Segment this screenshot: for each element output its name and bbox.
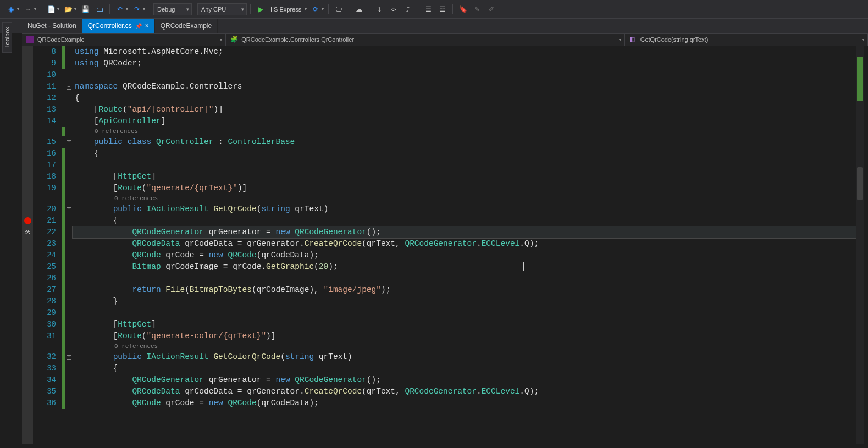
- line-number: 26: [33, 273, 56, 284]
- code-line[interactable]: {: [73, 215, 864, 226]
- code-line[interactable]: public IActionResult GetColorQrCode(stri…: [73, 351, 864, 363]
- run-target-label[interactable]: IIS Express: [270, 6, 301, 13]
- step-over-icon[interactable]: ⤼: [387, 3, 400, 16]
- code-line[interactable]: [Route("api/[controller]")]: [73, 104, 864, 115]
- uncomment-icon[interactable]: ✐: [485, 3, 498, 16]
- line-number: 34: [33, 374, 56, 386]
- line-number: 30: [33, 319, 56, 330]
- line-number: 32: [33, 351, 56, 363]
- fold-toggle-icon[interactable]: −: [67, 355, 71, 360]
- code-body[interactable]: using Microsoft.AspNetCore.Mvc;using QRC…: [73, 46, 864, 444]
- code-line[interactable]: QRCodeData qrCodeData = qrGenerator.Crea…: [73, 386, 864, 397]
- document-tab[interactable]: QrController.cs📌×: [82, 19, 155, 33]
- code-line[interactable]: {: [73, 363, 864, 374]
- refresh-icon[interactable]: ⟳: [309, 3, 322, 16]
- code-line[interactable]: [73, 69, 864, 81]
- line-number: 22: [33, 226, 56, 238]
- step-out-icon[interactable]: ⤴: [401, 3, 414, 16]
- nav-member-label: GetQrCode(string qrText): [640, 36, 708, 43]
- code-line[interactable]: using QRCoder;: [73, 58, 864, 69]
- code-line[interactable]: [73, 273, 864, 284]
- fold-toggle-icon[interactable]: −: [67, 140, 71, 145]
- code-line[interactable]: return File(BitmapToBytes(qrCodeImage), …: [73, 284, 864, 296]
- line-number: 13: [33, 104, 56, 115]
- forward-nav-icon[interactable]: →: [21, 3, 35, 16]
- code-line[interactable]: [HttpGet]: [73, 171, 864, 182]
- line-number: 15: [33, 136, 56, 148]
- code-line[interactable]: }: [73, 296, 864, 307]
- nav-member-dropdown[interactable]: ◧ GetQrCode(string qrText): [625, 34, 868, 46]
- code-line[interactable]: QRCodeData qrCodeData = qrGenerator.Crea…: [73, 238, 864, 250]
- code-line[interactable]: [Route("qenerate/{qrText}")]: [73, 182, 864, 194]
- codelens-references[interactable]: 0 references: [73, 194, 864, 203]
- save-icon[interactable]: 💾: [79, 3, 92, 16]
- publish-icon[interactable]: ☁: [352, 3, 366, 16]
- platform-dropdown[interactable]: Any CPU: [197, 3, 247, 15]
- nav-dropdown-icon[interactable]: ▾: [17, 7, 19, 12]
- pin-icon[interactable]: 📌: [135, 23, 142, 29]
- code-line[interactable]: namespace QRCodeExample.Controllers: [73, 81, 864, 92]
- play-icon[interactable]: ▶: [254, 3, 267, 16]
- codelens-references[interactable]: 0 references: [73, 342, 864, 351]
- browser-link-icon[interactable]: 🖵: [332, 3, 345, 16]
- code-line[interactable]: QRCodeGenerator qrGenerator = new QRCode…: [73, 226, 864, 238]
- back-nav-icon[interactable]: ◉: [4, 3, 18, 16]
- code-line[interactable]: [ApiController]: [73, 115, 864, 127]
- line-number: 20: [33, 203, 56, 215]
- code-line[interactable]: {: [73, 148, 864, 159]
- bookmark-icon[interactable]: 🔖: [456, 3, 469, 16]
- vertical-scrollbar[interactable]: [856, 46, 864, 444]
- code-line[interactable]: public IActionResult GetQrCode(string qr…: [73, 203, 864, 215]
- code-line[interactable]: QRCodeGenerator qrGenerator = new QRCode…: [73, 374, 864, 386]
- fwd-dropdown-icon[interactable]: ▾: [34, 7, 36, 12]
- line-number: 27: [33, 284, 56, 296]
- document-tab[interactable]: NuGet - Solution: [22, 19, 82, 33]
- toolbox-tab[interactable]: Toolbox: [2, 22, 12, 53]
- fold-toggle-icon[interactable]: −: [67, 85, 71, 90]
- line-number: 25: [33, 261, 56, 273]
- nav-class-dropdown[interactable]: 🧩 QRCodeExample.Controllers.QrController: [226, 34, 625, 46]
- code-line[interactable]: [73, 159, 864, 171]
- scroll-thumb[interactable]: [857, 167, 863, 200]
- line-number: 14: [33, 115, 56, 127]
- indent-icon[interactable]: ☰: [422, 3, 435, 16]
- code-line[interactable]: using Microsoft.AspNetCore.Mvc;: [73, 46, 864, 58]
- code-editor[interactable]: 🛠 89101112131415161718192021222324252627…: [22, 46, 864, 444]
- comment-icon[interactable]: ✎: [471, 3, 484, 16]
- config-dropdown[interactable]: Debug: [153, 3, 192, 15]
- line-number: 12: [33, 92, 56, 104]
- open-file-icon[interactable]: 📂: [62, 3, 75, 16]
- outdent-icon[interactable]: ☲: [436, 3, 449, 16]
- line-number: 29: [33, 307, 56, 319]
- undo-icon[interactable]: ↶: [113, 3, 126, 16]
- code-line[interactable]: {: [73, 92, 864, 104]
- redo-icon[interactable]: ↷: [130, 3, 143, 16]
- text-cursor: [523, 262, 524, 271]
- close-icon[interactable]: ×: [145, 22, 149, 30]
- breakpoint-margin[interactable]: 🛠: [22, 46, 33, 444]
- code-line[interactable]: [73, 307, 864, 319]
- new-project-icon[interactable]: 📄: [45, 3, 58, 16]
- line-number: 28: [33, 296, 56, 307]
- quick-actions-icon[interactable]: 🛠: [22, 229, 33, 236]
- code-line[interactable]: [Route("qenerate-color/{qrText}")]: [73, 330, 864, 342]
- breakpoint-icon[interactable]: [24, 217, 31, 224]
- main-toolbar: ◉ ▾ → ▾ 📄 ▾ 📂 ▾ 💾 🗃 ↶ ▾ ↷ ▾ Debug Any CP…: [0, 0, 868, 19]
- tab-label: QrController.cs: [88, 22, 132, 30]
- code-line[interactable]: Bitmap qrCodeImage = qrCode.GetGraphic(2…: [73, 261, 864, 273]
- line-number-gutter: 8910111213141516171819202122232425262728…: [33, 46, 62, 444]
- code-line[interactable]: QRCode qrCode = new QRCode(qrCodeData);: [73, 397, 864, 409]
- codelens-references[interactable]: 0 references: [73, 127, 864, 136]
- document-tab[interactable]: QRCodeExample: [155, 19, 218, 33]
- line-number: 18: [33, 171, 56, 182]
- line-number: 16: [33, 148, 56, 159]
- code-line[interactable]: public class QrController : ControllerBa…: [73, 136, 864, 148]
- fold-toggle-icon[interactable]: −: [67, 207, 71, 212]
- save-all-icon[interactable]: 🗃: [93, 3, 106, 16]
- code-line[interactable]: [HttpGet]: [73, 319, 864, 330]
- document-tab-well: NuGet - SolutionQrController.cs📌×QRCodeE…: [0, 19, 868, 33]
- code-line[interactable]: QRCode qrCode = new QRCode(qrCodeData);: [73, 250, 864, 261]
- outlining-margin[interactable]: −−−−: [65, 46, 73, 444]
- nav-project-dropdown[interactable]: QRCodeExample: [22, 34, 226, 46]
- step-into-icon[interactable]: ⤵: [373, 3, 386, 16]
